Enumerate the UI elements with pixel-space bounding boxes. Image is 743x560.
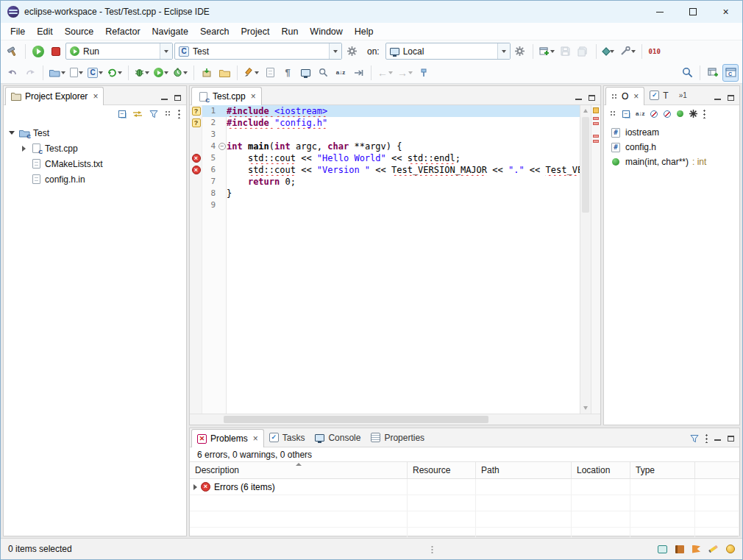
binary-view-button[interactable]: 010 — [647, 43, 663, 60]
outline-item[interactable]: main(int, char**) : int — [604, 155, 739, 169]
error-marker[interactable] — [593, 122, 599, 125]
skip-breakpoints-button[interactable] — [601, 43, 617, 60]
sort-lines-button[interactable]: a↓z — [333, 64, 349, 82]
terminate-button[interactable] — [48, 43, 64, 60]
code-text[interactable]: std::cout << "Hello World" << std::endl; — [227, 152, 580, 164]
tab-task-list[interactable]: ✓ T — [644, 86, 673, 104]
open-perspective-button[interactable] — [705, 64, 721, 82]
column-header-resource[interactable]: Resource — [408, 462, 476, 478]
new-wizard-button[interactable] — [538, 43, 556, 60]
editor-line[interactable]: ?1#include <iostream> — [190, 105, 580, 117]
filter-button[interactable] — [690, 434, 699, 443]
column-header-description[interactable]: Description — [190, 462, 408, 478]
close-icon[interactable]: × — [633, 91, 639, 102]
editor-line[interactable]: ?2#include "config.h" — [190, 117, 580, 129]
focus-button[interactable] — [610, 110, 616, 117]
key-binding-icon[interactable] — [658, 545, 667, 553]
menu-search[interactable]: Search — [194, 24, 235, 39]
close-icon[interactable]: × — [93, 91, 98, 102]
launch-config-settings-button[interactable] — [344, 43, 360, 60]
run-history-button[interactable] — [152, 64, 170, 82]
redo-button[interactable] — [22, 64, 38, 82]
column-header-location[interactable]: Location — [572, 462, 630, 478]
forward-button[interactable]: → — [396, 64, 414, 82]
close-button[interactable]: × — [709, 1, 742, 23]
tree-item[interactable]: config.h.in — [4, 171, 186, 187]
minimize-view-button[interactable] — [575, 96, 582, 100]
tree-item[interactable]: CMakeLists.txt — [4, 156, 186, 171]
scrollbar-thumb[interactable] — [224, 416, 488, 423]
outline-item[interactable]: #iostream — [604, 125, 739, 140]
link-with-editor-button[interactable] — [132, 110, 143, 118]
menu-navigate[interactable]: Navigate — [146, 24, 194, 39]
overview-header-marker[interactable] — [593, 107, 599, 113]
debug-button[interactable] — [133, 64, 151, 82]
profile-button[interactable] — [171, 64, 189, 82]
editor-line[interactable]: 4−int main(int argc, char **argv) { — [190, 141, 580, 152]
whats-new-icon[interactable] — [692, 545, 700, 553]
dropdown-button[interactable] — [497, 43, 510, 59]
minimize-view-button[interactable] — [161, 96, 168, 100]
error-marker[interactable] — [593, 117, 599, 120]
maximize-view-button[interactable] — [728, 95, 734, 101]
menu-file[interactable]: File — [4, 24, 31, 39]
hide-fields-button[interactable] — [650, 110, 658, 118]
launch-target-combo[interactable]: Local — [385, 43, 511, 60]
tree-item[interactable]: CTest — [4, 125, 186, 141]
menu-source[interactable]: Source — [59, 24, 100, 39]
open-folder-button[interactable] — [216, 64, 232, 82]
overview-ruler[interactable] — [591, 105, 600, 414]
save-button[interactable] — [558, 43, 574, 60]
notification-icon[interactable] — [726, 545, 735, 553]
outline-item[interactable]: #config.h — [604, 140, 739, 155]
launch-mode-combo[interactable]: Run — [65, 43, 173, 60]
menu-help[interactable]: Help — [349, 24, 380, 39]
tab-tasks[interactable]: ✓ Tasks — [264, 428, 310, 447]
hide-static-button[interactable] — [664, 110, 671, 118]
tab-test-cpp[interactable]: C Test.cpp × — [191, 87, 262, 105]
code-text[interactable]: int main(int argc, char **argv) { — [227, 141, 580, 152]
code-text[interactable]: std::cout << "Version " << Test_VERSION_… — [227, 164, 580, 176]
error-group-row[interactable]: × Errors (6 items) — [190, 479, 739, 495]
horizontal-scrollbar[interactable] — [190, 414, 600, 425]
editor-line[interactable]: ×5 std::cout << "Hello World" << std::en… — [190, 152, 580, 164]
minimize-button[interactable] — [643, 1, 676, 23]
error-marker[interactable] — [593, 140, 599, 143]
sash-handle[interactable] — [431, 545, 433, 553]
edit-pencil-icon[interactable] — [708, 545, 718, 553]
hide-non-public-button[interactable] — [677, 110, 683, 117]
editor-line[interactable]: 8} — [190, 188, 580, 199]
menu-run[interactable]: Run — [275, 24, 304, 39]
external-tools-button[interactable] — [619, 43, 637, 60]
menu-edit[interactable]: Edit — [31, 24, 59, 39]
error-marker-icon[interactable]: × — [192, 166, 201, 174]
tab-outline[interactable]: O × — [605, 87, 644, 105]
dropdown-button[interactable] — [160, 43, 172, 59]
run-last-button[interactable] — [30, 43, 46, 60]
tab-console[interactable]: Console — [310, 428, 366, 447]
import-button[interactable] — [199, 64, 215, 82]
scroll-up-arrow[interactable] — [583, 109, 588, 113]
launch-config-combo[interactable]: C Test — [174, 43, 342, 60]
new-class-button[interactable]: C — [86, 64, 104, 82]
search-button[interactable] — [679, 64, 695, 82]
open-element-button[interactable] — [315, 64, 331, 82]
undo-button[interactable] — [4, 64, 21, 82]
editor-line[interactable]: 7 return 0; — [190, 176, 580, 188]
view-menu-button[interactable] — [178, 109, 180, 118]
error-marker[interactable] — [593, 135, 599, 138]
fold-column[interactable]: − — [218, 143, 227, 150]
tab-problems[interactable]: ✕ Problems × — [191, 429, 264, 447]
sort-button[interactable]: a↓z — [636, 110, 644, 117]
maximize-view-button[interactable] — [728, 436, 734, 442]
back-button[interactable]: ← — [376, 64, 394, 82]
collapse-all-button[interactable]: − — [118, 110, 126, 118]
editor-line[interactable]: 3 — [190, 129, 580, 141]
collapse-all-button[interactable]: − — [622, 110, 630, 118]
new-file-button[interactable] — [68, 64, 85, 82]
pin-editor-button[interactable] — [416, 64, 432, 82]
scroll-down-arrow[interactable] — [583, 406, 588, 410]
open-console-button[interactable] — [297, 64, 313, 82]
save-all-button[interactable] — [575, 43, 591, 60]
vertical-scrollbar[interactable] — [580, 105, 591, 414]
